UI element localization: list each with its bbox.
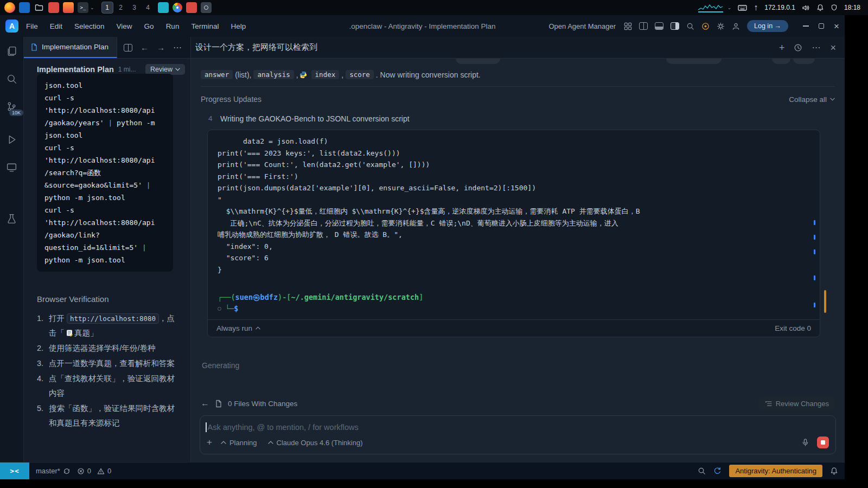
menu-item[interactable]: Go [144, 22, 154, 30]
workspace-2[interactable]: 2 [115, 2, 127, 14]
history-icon[interactable] [794, 43, 802, 52]
file-icon [215, 400, 222, 408]
launcher-dropdown-icon[interactable]: ⌄ [90, 5, 94, 10]
scrollbar-thumb[interactable] [824, 290, 826, 313]
launcher-terminal-icon[interactable]: >_ [78, 2, 88, 13]
menu-item[interactable]: Run [166, 22, 180, 30]
volume-icon[interactable] [802, 4, 810, 11]
memo-icon [66, 329, 73, 337]
terminal-line: print('=== First:') [218, 171, 810, 183]
launcher-teal-app-icon[interactable] [158, 2, 169, 13]
launcher-media-icon[interactable] [48, 2, 59, 13]
always-run-toggle[interactable]: Always run [216, 324, 260, 332]
prev-change-icon[interactable]: ← [201, 399, 209, 408]
shell-prompt: ┌──(suen㉿bdfz)-[~/.gemini/antigravity/sc… [218, 292, 810, 304]
clock[interactable]: 18:18 [844, 4, 860, 11]
cpu-graph-widget[interactable] [698, 3, 723, 12]
tab-implementation-plan[interactable]: Implementation Plan [24, 37, 117, 58]
shield-icon[interactable] [831, 4, 838, 11]
menu-item[interactable]: Help [231, 22, 246, 30]
thread-title: 设计一个方案，把网络可以检索到 [195, 42, 317, 53]
url-code-chip: http://localhost:8080 [67, 313, 159, 324]
sync-icon [63, 467, 71, 475]
launcher-screenshot-icon[interactable] [201, 2, 212, 13]
collapse-all-button[interactable]: Collapse all [789, 95, 835, 104]
minimize-button[interactable] [803, 25, 809, 27]
launcher-firefox-icon[interactable] [4, 2, 15, 13]
new-thread-icon[interactable]: + [779, 43, 785, 53]
toggle-secondary-sidebar-icon[interactable] [671, 22, 679, 30]
notification-bell-icon[interactable] [816, 4, 824, 11]
launcher-chrome-icon[interactable] [173, 3, 182, 12]
agent-grid-icon[interactable] [624, 22, 632, 30]
keyboard-layout-icon[interactable] [738, 4, 747, 11]
launcher-files-icon[interactable] [34, 2, 44, 13]
run-debug-icon[interactable] [6, 134, 17, 145]
bell-icon[interactable] [830, 467, 838, 475]
split-editor-icon[interactable] [639, 22, 648, 30]
menu-item[interactable]: View [117, 22, 132, 30]
stop-generating-button[interactable] [817, 436, 829, 448]
tab-more-actions-icon[interactable]: ⋯ [173, 42, 182, 53]
clipped-previous-row [201, 59, 835, 65]
nav-back-icon[interactable]: ← [141, 43, 149, 52]
close-window-button[interactable]: × [834, 22, 839, 31]
terminal-line: 正确;\nC、抗体为分泌蛋白，分泌过程为胞吐，需要消耗能量，C 错误;\nD、葡… [218, 217, 810, 229]
composer: + Planning Claude Opus 4.6 (Thinking) [200, 415, 836, 454]
conversation-scroll-area[interactable]: answer (list), analysis , index , score … [191, 59, 845, 394]
problems-status[interactable]: 0 0 [77, 467, 111, 475]
account-icon[interactable] [732, 22, 740, 30]
terminal-line: data2 = json.load(f) [218, 136, 810, 147]
launcher-red-app-icon[interactable] [186, 2, 197, 13]
remote-explorer-icon[interactable] [6, 162, 17, 173]
terminal-line: print('=== Count:', len(data2.get('examp… [218, 159, 810, 171]
zoom-icon[interactable] [698, 467, 706, 475]
attach-button[interactable]: + [207, 437, 212, 448]
menu-item[interactable]: File [26, 22, 38, 30]
thread-more-icon[interactable]: ⋯ [812, 42, 821, 53]
explorer-icon[interactable] [6, 46, 17, 57]
mode-selector[interactable]: Planning [221, 439, 257, 447]
workspace-1[interactable]: 1 [101, 2, 113, 14]
tray-expand-icon[interactable]: ⌄ [727, 5, 732, 10]
branch-status[interactable]: master* [36, 467, 71, 475]
menu-item[interactable]: Edit [50, 22, 62, 30]
split-editor-icon[interactable] [124, 44, 132, 52]
settings-gear-icon[interactable] [717, 22, 725, 30]
menu-item[interactable]: Selection [74, 22, 105, 30]
titlebar: A FileEditSelectionViewGoRunTerminalHelp… [0, 15, 845, 37]
search-icon[interactable] [686, 22, 694, 30]
remote-indicator[interactable]: >< [0, 463, 29, 479]
open-agent-manager-button[interactable]: Open Agent Manager [548, 22, 616, 30]
microphone-icon[interactable] [801, 438, 809, 447]
source-control-icon[interactable]: 10K [6, 101, 17, 112]
testing-flask-icon[interactable] [6, 213, 17, 224]
upload-indicator-icon[interactable]: ↑ [754, 3, 758, 12]
review-changes-button[interactable]: Review Changes [759, 397, 835, 410]
refresh-icon[interactable] [713, 467, 722, 475]
step-title: Writing the GAOKAO-Bench to JSONL conver… [220, 114, 410, 123]
assistant-orb-icon[interactable] [701, 22, 710, 30]
agent-panel-header: 设计一个方案，把网络可以检索到 + ⋯ × [191, 37, 845, 59]
workspace-3[interactable]: 3 [129, 2, 141, 14]
progress-step[interactable]: 4 Writing the GAOKAO-Bench to JSONL conv… [201, 114, 835, 123]
menu-item[interactable]: Terminal [191, 22, 219, 30]
login-button[interactable]: Log in → [747, 20, 788, 32]
launcher-browser-icon[interactable] [63, 2, 74, 13]
launcher-app-icon[interactable] [19, 2, 30, 13]
maximize-button[interactable] [819, 23, 824, 29]
search-sidebar-icon[interactable] [6, 73, 17, 85]
workspace-4[interactable]: 4 [142, 2, 154, 14]
review-dropdown-button[interactable]: Review [145, 64, 185, 75]
status-bar: >< master* 0 0 Antigravity: Authenticati… [0, 462, 845, 479]
code-line: curl -s [44, 142, 165, 154]
composer-input[interactable] [208, 423, 828, 432]
nav-forward-icon[interactable]: → [157, 43, 165, 52]
close-panel-icon[interactable]: × [830, 43, 836, 53]
model-selector[interactable]: Claude Opus 4.6 (Thinking) [268, 439, 363, 447]
toggle-panel-icon[interactable] [655, 22, 663, 30]
network-ip[interactable]: 172.19.0.1 [764, 4, 795, 11]
antigravity-auth-badge[interactable]: Antigravity: Authenticating [729, 465, 822, 477]
agent-panel: 设计一个方案，把网络可以检索到 + ⋯ × [191, 37, 845, 462]
field-chip: score [346, 70, 374, 79]
